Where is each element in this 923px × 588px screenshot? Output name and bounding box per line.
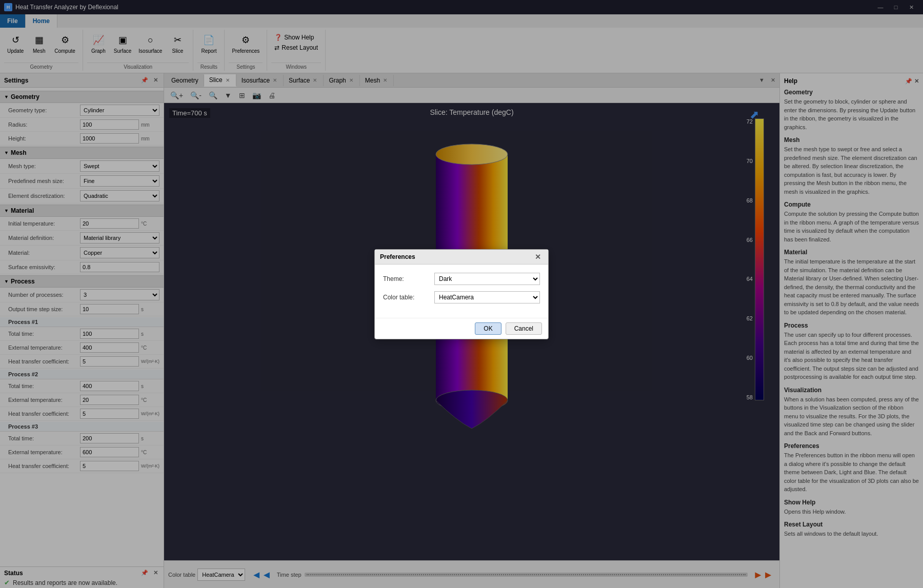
modal-overlay: Preferences ✕ Theme: Dark Light Blue Col…: [0, 0, 923, 588]
preferences-dialog-footer: OK Cancel: [375, 318, 548, 339]
preferences-cancel-button[interactable]: Cancel: [506, 322, 542, 335]
theme-label: Theme:: [383, 275, 434, 282]
preferences-dialog-close[interactable]: ✕: [533, 253, 543, 261]
preferences-dialog: Preferences ✕ Theme: Dark Light Blue Col…: [374, 249, 549, 339]
theme-row: Theme: Dark Light Blue: [383, 273, 540, 285]
preferences-dialog-title: Preferences: [380, 253, 415, 260]
preferences-dialog-body: Theme: Dark Light Blue Color table: Heat…: [375, 265, 548, 318]
pref-color-table-row: Color table: HeatCamera Rainbow Jet Gray…: [383, 291, 540, 303]
preferences-ok-button[interactable]: OK: [475, 322, 501, 335]
pref-color-table-select[interactable]: HeatCamera Rainbow Jet Grayscale: [434, 291, 540, 303]
pref-color-table-label: Color table:: [383, 294, 434, 301]
theme-select[interactable]: Dark Light Blue: [434, 273, 540, 285]
preferences-dialog-header: Preferences ✕: [375, 250, 548, 265]
